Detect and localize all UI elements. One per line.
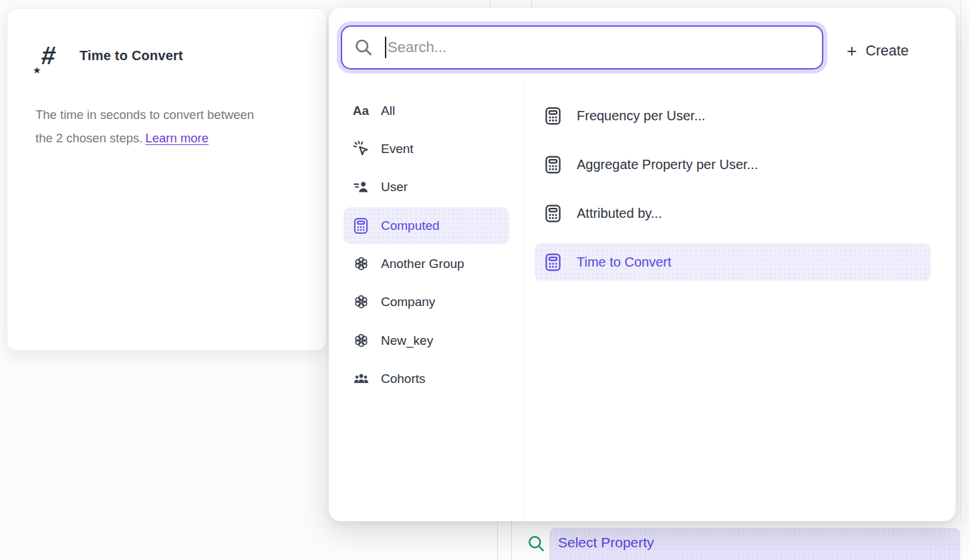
group-cluster-icon	[352, 293, 370, 311]
create-button[interactable]: + Create	[847, 37, 909, 64]
category-label: Company	[381, 295, 435, 309]
category-label: All	[381, 104, 395, 118]
background-panel-edge	[531, 0, 532, 8]
category-company[interactable]: Company	[343, 283, 509, 320]
search-input[interactable]	[386, 27, 822, 68]
search-icon	[354, 37, 374, 57]
numeric-computed-property-icon: # ★	[37, 39, 67, 74]
search-input-wrap	[341, 25, 823, 69]
category-user[interactable]: User	[343, 168, 509, 205]
screen: Select Property # ★ Time to Convert The …	[0, 0, 969, 560]
result-time-to-convert[interactable]: Time to Convert	[535, 243, 930, 281]
click-event-icon	[352, 140, 370, 158]
description-line-1: The time in seconds to convert between	[35, 103, 306, 126]
calculator-icon	[543, 203, 563, 224]
background-panel-edge	[511, 521, 512, 560]
tooltip-title: Time to Convert	[80, 48, 183, 63]
property-tooltip-card: # ★ Time to Convert The time in seconds …	[7, 8, 327, 351]
category-all[interactable]: Aa All	[343, 92, 509, 129]
description-line-2: the 2 chosen steps.Learn more	[35, 131, 209, 145]
background-panel-edge	[960, 0, 961, 521]
result-frequency-per-user[interactable]: Frequency per User...	[535, 97, 930, 134]
background-panel-edge	[497, 521, 498, 560]
category-label: New_key	[381, 333, 433, 348]
star-glyph: ★	[33, 65, 41, 76]
user-icon	[352, 178, 370, 196]
select-property-field[interactable]: Select Property	[549, 528, 960, 560]
text-aa-icon: Aa	[352, 102, 370, 120]
learn-more-link[interactable]: Learn more	[145, 131, 209, 145]
cohorts-icon	[352, 370, 370, 388]
category-computed[interactable]: Computed	[343, 207, 509, 244]
result-label: Time to Convert	[577, 255, 672, 270]
category-new-key[interactable]: New_key	[343, 322, 509, 359]
calculator-icon	[543, 252, 563, 273]
group-cluster-icon	[352, 331, 370, 350]
group-cluster-icon	[352, 255, 370, 273]
hash-glyph: #	[39, 39, 57, 72]
result-label: Attributed by...	[577, 206, 662, 221]
calculator-icon	[543, 106, 563, 126]
create-button-label: Create	[865, 43, 909, 59]
category-another-group[interactable]: Another Group	[343, 245, 509, 282]
category-label: Cohorts	[381, 372, 426, 386]
search-icon	[527, 534, 546, 553]
column-divider	[523, 84, 524, 521]
category-label: Another Group	[381, 257, 464, 271]
tooltip-description: The time in seconds to convert between t…	[35, 103, 306, 150]
result-attributed-by[interactable]: Attributed by...	[535, 194, 930, 232]
result-aggregate-property-per-user[interactable]: Aggregate Property per User...	[535, 146, 930, 183]
category-event[interactable]: Event	[343, 130, 509, 167]
plus-icon: +	[847, 42, 857, 59]
category-label: User	[381, 180, 408, 194]
result-label: Aggregate Property per User...	[577, 157, 758, 172]
category-label: Computed	[381, 219, 440, 233]
category-label: Event	[381, 142, 414, 156]
result-label: Frequency per User...	[577, 108, 705, 124]
calculator-icon	[352, 217, 370, 235]
background-panel-edge	[490, 0, 491, 8]
property-picker-dropdown: + Create Aa All Event User Computed Anot…	[329, 8, 956, 521]
select-property-label: Select Property	[558, 535, 654, 551]
category-cohorts[interactable]: Cohorts	[343, 360, 509, 397]
calculator-icon	[543, 154, 563, 175]
